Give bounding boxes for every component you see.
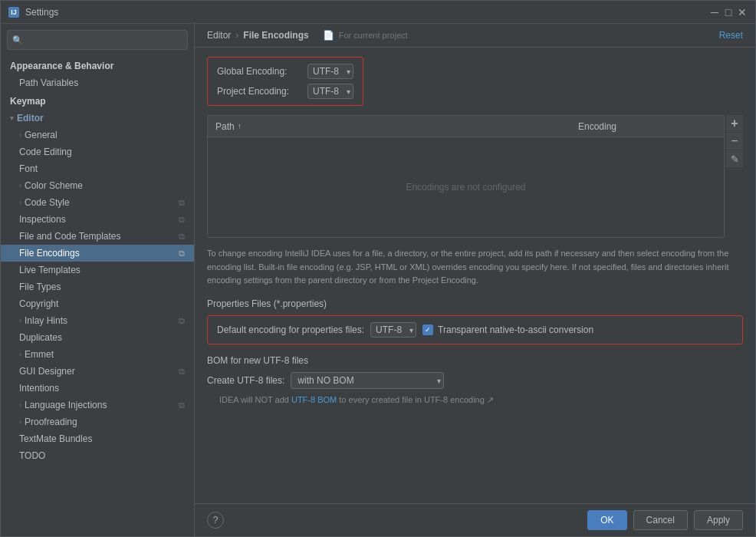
path-encoding-table-outer: Path ↑ Encoding Encodings are not config… (207, 115, 743, 238)
global-encoding-select-wrapper: UTF-8 (307, 64, 353, 79)
sidebar-item-keymap[interactable]: Keymap (1, 91, 194, 110)
search-icon: 🔍 (12, 35, 23, 45)
project-encoding-row: Project Encoding: UTF-8 (217, 84, 353, 99)
chevron-right-icon: › (19, 351, 21, 358)
sidebar-item-code-style[interactable]: › Code Style ⧉ (1, 194, 194, 211)
close-button[interactable]: ✕ (737, 7, 748, 18)
properties-encoding-box: Default encoding for properties files: U… (207, 315, 743, 344)
sidebar-item-todo[interactable]: TODO (1, 447, 194, 464)
sidebar-item-copyright[interactable]: Copyright (1, 295, 194, 312)
th-encoding: Encoding (570, 121, 724, 132)
sidebar-item-label: GUI Designer (19, 366, 75, 377)
settings-copy-icon: ⧉ (179, 232, 185, 242)
sidebar-item-general[interactable]: › General (1, 127, 194, 143)
checkbox-check-icon: ✓ (422, 325, 433, 335)
chevron-down-icon: ▾ (10, 114, 14, 122)
sidebar-item-font[interactable]: Font (1, 160, 194, 177)
minimize-button[interactable]: ─ (709, 7, 720, 18)
sidebar-item-color-scheme[interactable]: › Color Scheme (1, 177, 194, 194)
chevron-right-icon: › (19, 401, 21, 409)
sidebar-item-appearance[interactable]: Appearance & Behavior (1, 56, 194, 74)
sidebar-item-proofreading[interactable]: › Proofreading (1, 413, 194, 430)
chevron-right-icon: › (19, 317, 21, 325)
sidebar-item-label: Appearance & Behavior (10, 61, 113, 71)
sidebar-item-gui-designer[interactable]: GUI Designer ⧉ (1, 363, 194, 380)
sidebar-item-language-injections[interactable]: › Language Injections ⧉ (1, 397, 194, 413)
sidebar-item-file-and-code-templates[interactable]: File and Code Templates ⧉ (1, 228, 194, 245)
bom-note: IDEA will NOT add UTF-8 BOM to every cre… (207, 395, 743, 405)
sidebar-item-label: TODO (19, 450, 45, 461)
bom-create-label: Create UTF-8 files: (207, 375, 284, 386)
table-side-buttons: + − ✎ (726, 115, 743, 238)
sidebar-item-label: Font (19, 163, 38, 174)
sidebar-item-inlay-hints[interactable]: › Inlay Hints ⧉ (1, 312, 194, 329)
bom-section-title: BOM for new UTF-8 files (207, 355, 743, 366)
sidebar-item-file-types[interactable]: File Types (1, 278, 194, 295)
bom-create-select-wrapper: with NO BOM (291, 372, 444, 389)
settings-copy-icon: ⧉ (179, 198, 185, 208)
add-path-button[interactable]: + (726, 115, 743, 132)
table-empty-message: Encodings are not configured (406, 182, 525, 193)
sort-asc-icon: ↑ (238, 122, 242, 130)
window-title: Settings (25, 7, 703, 18)
sidebar-item-label: File Encodings (19, 248, 80, 259)
bom-create-select[interactable]: with NO BOM (291, 372, 444, 389)
search-input[interactable] (28, 35, 182, 45)
help-button[interactable]: ? (207, 512, 224, 529)
sidebar-item-label: Emmet (25, 349, 54, 360)
sidebar-item-label: Color Scheme (25, 180, 83, 191)
global-encoding-label: Global Encoding: (217, 66, 301, 77)
sidebar-item-duplicates[interactable]: Duplicates (1, 329, 194, 346)
sidebar-item-label: Keymap (10, 96, 46, 107)
bottom-bar: ? OK Cancel Apply (195, 503, 755, 536)
for-project-icon: 📄 (323, 30, 334, 41)
project-encoding-select[interactable]: UTF-8 (307, 84, 353, 99)
title-bar: IJ Settings ─ □ ✕ (1, 1, 755, 24)
sidebar-item-code-editing[interactable]: Code Editing (1, 143, 194, 160)
edit-path-button[interactable]: ✎ (726, 150, 743, 167)
sidebar-item-path-variables[interactable]: Path Variables (1, 74, 194, 91)
sidebar-item-label: Live Templates (19, 265, 81, 275)
table-header: Path ↑ Encoding (208, 116, 724, 137)
sidebar: 🔍 Appearance & Behavior Path Variables K… (1, 24, 195, 536)
chevron-right-icon: › (19, 199, 21, 206)
ok-button[interactable]: OK (587, 510, 626, 530)
remove-path-button[interactable]: − (726, 133, 743, 150)
table-body-empty: Encodings are not configured (208, 137, 724, 237)
cancel-button[interactable]: Cancel (633, 510, 688, 530)
reset-button[interactable]: Reset (719, 30, 743, 41)
chevron-right-icon: › (19, 131, 21, 139)
app-icon: IJ (8, 7, 19, 18)
sidebar-item-label: Path Variables (19, 77, 78, 88)
maximize-button[interactable]: □ (723, 7, 734, 18)
search-box[interactable]: 🔍 (7, 30, 188, 50)
chevron-right-icon: › (19, 418, 21, 426)
sidebar-item-live-templates[interactable]: Live Templates (1, 262, 194, 278)
sidebar-item-editor[interactable]: ▾ Editor (1, 110, 194, 127)
properties-encoding-select[interactable]: UTF-8 (370, 322, 416, 338)
project-encoding-label: Project Encoding: (217, 86, 301, 97)
sidebar-item-label: Editor (17, 113, 44, 124)
properties-default-label: Default encoding for properties files: (217, 325, 364, 335)
sidebar-item-label: File and Code Templates (19, 231, 121, 242)
transparent-conversion-checkbox[interactable]: ✓ Transparent native-to-ascii conversion (422, 325, 593, 335)
right-panel: Editor › File Encodings 📄 For current pr… (195, 24, 755, 536)
properties-encoding-select-wrapper: UTF-8 (370, 322, 416, 338)
panel-body: Global Encoding: UTF-8 Project Encoding:… (195, 48, 755, 503)
utf8-bom-link[interactable]: UTF-8 BOM (291, 395, 337, 404)
sidebar-item-intentions[interactable]: Intentions (1, 380, 194, 397)
sidebar-item-label: Code Editing (19, 147, 72, 157)
for-project-label: For current project (339, 31, 408, 40)
sidebar-item-label: Copyright (19, 298, 58, 309)
sidebar-item-file-encodings[interactable]: File Encodings ⧉ (1, 245, 194, 262)
bottom-buttons: OK Cancel Apply (587, 510, 743, 530)
global-encoding-select[interactable]: UTF-8 (307, 64, 353, 79)
breadcrumb-parent: Editor (207, 30, 231, 41)
global-project-encoding-box: Global Encoding: UTF-8 Project Encoding:… (207, 57, 363, 106)
apply-button[interactable]: Apply (694, 510, 743, 530)
sidebar-item-textmate-bundles[interactable]: TextMate Bundles (1, 430, 194, 447)
sidebar-item-label: Inlay Hints (25, 315, 67, 326)
sidebar-item-emmet[interactable]: › Emmet (1, 346, 194, 363)
bom-create-row: Create UTF-8 files: with NO BOM (207, 372, 743, 389)
sidebar-item-inspections[interactable]: Inspections ⧉ (1, 211, 194, 228)
